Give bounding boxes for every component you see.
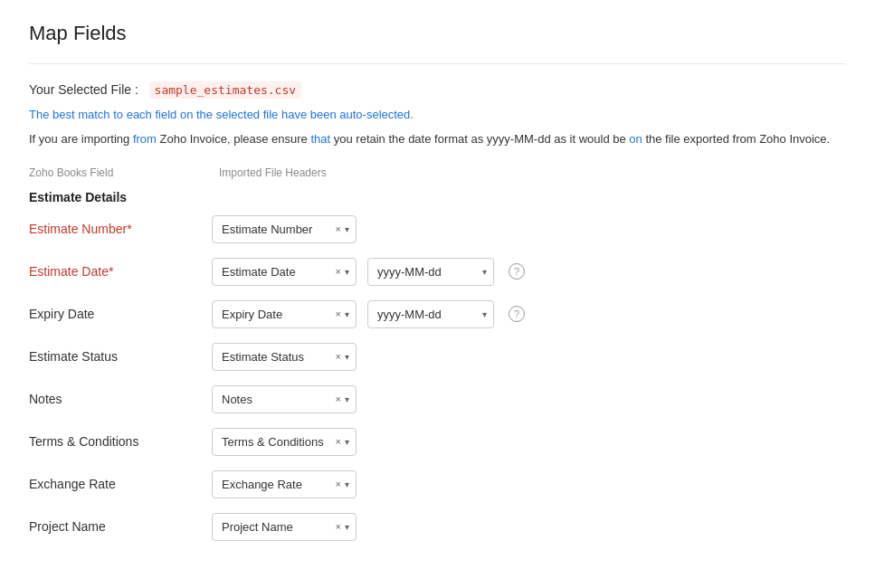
field-row-estimate-status: Estimate StatusEstimate Status×▾: [29, 343, 846, 371]
date-format-select-expiry-date[interactable]: yyyy-MM-ddMM/dd/yyyydd/MM/yyyyMM-dd-yyyy: [367, 300, 494, 328]
clear-icon-estimate-number[interactable]: ×: [336, 223, 341, 234]
clear-icon-exchange-rate[interactable]: ×: [336, 479, 341, 489]
field-row-expiry-date: Expiry DateExpiry Date×▾yyyy-MM-ddMM/dd/…: [29, 300, 846, 328]
field-label-expiry-date: Expiry Date: [29, 307, 201, 321]
field-label-project-name: Project Name: [29, 519, 201, 534]
select-wrapper-terms-conditions: Terms & Conditions×▾: [212, 428, 357, 456]
clear-icon-notes[interactable]: ×: [336, 394, 341, 404]
selected-filename: sample_estimates.csv: [149, 81, 302, 99]
section-title: Estimate Details: [29, 190, 846, 204]
info-text: The best match to each field on the sele…: [29, 108, 846, 121]
field-row-terms-conditions: Terms & ConditionsTerms & Conditions×▾: [29, 428, 846, 456]
clear-icon-estimate-date[interactable]: ×: [336, 266, 341, 277]
selected-file-row: Your Selected File : sample_estimates.cs…: [29, 82, 846, 97]
select-wrapper-notes: Notes×▾: [212, 385, 357, 413]
col-header-zoho-field: Zoho Books Field: [29, 166, 201, 179]
select-wrapper-expiry-date: Expiry Date×▾: [212, 300, 357, 328]
help-icon-estimate-date[interactable]: ?: [509, 263, 525, 280]
help-icon-expiry-date[interactable]: ?: [509, 306, 525, 322]
field-label-estimate-status: Estimate Status: [29, 349, 201, 364]
clear-icon-estimate-status[interactable]: ×: [336, 351, 341, 362]
divider: [29, 63, 846, 64]
clear-icon-terms-conditions[interactable]: ×: [336, 436, 341, 447]
field-label-estimate-number: Estimate Number*: [29, 222, 201, 236]
fields-container: Estimate Number*Estimate Number×▾Estimat…: [29, 215, 846, 541]
field-label-terms-conditions: Terms & Conditions: [29, 434, 201, 449]
field-row-project-name: Project NameProject Name×▾: [29, 513, 846, 541]
select-wrapper-estimate-date: Estimate Date×▾: [212, 258, 357, 286]
select-wrapper-estimate-status: Estimate Status×▾: [212, 343, 357, 371]
selected-file-label: Your Selected File :: [29, 82, 138, 97]
page-title: Map Fields: [29, 22, 846, 45]
field-row-estimate-number: Estimate Number*Estimate Number×▾: [29, 215, 846, 243]
field-label-notes: Notes: [29, 392, 201, 406]
field-label-estimate-date: Estimate Date*: [29, 264, 201, 279]
date-format-wrapper-expiry-date: yyyy-MM-ddMM/dd/yyyydd/MM/yyyyMM-dd-yyyy…: [367, 300, 494, 328]
field-row-notes: NotesNotes×▾: [29, 385, 846, 413]
date-format-wrapper-estimate-date: yyyy-MM-ddMM/dd/yyyydd/MM/yyyyMM-dd-yyyy…: [367, 258, 494, 286]
clear-icon-project-name[interactable]: ×: [336, 521, 341, 532]
select-wrapper-estimate-number: Estimate Number×▾: [212, 215, 357, 243]
clear-icon-expiry-date[interactable]: ×: [336, 308, 341, 319]
select-wrapper-project-name: Project Name×▾: [212, 513, 357, 541]
field-row-exchange-rate: Exchange RateExchange Rate×▾: [29, 470, 846, 498]
page-container: Map Fields Your Selected File : sample_e…: [0, 0, 875, 577]
col-header-imported: Imported File Headers: [219, 166, 327, 179]
column-headers: Zoho Books Field Imported File Headers: [29, 166, 846, 183]
select-wrapper-exchange-rate: Exchange Rate×▾: [212, 470, 357, 498]
date-format-select-estimate-date[interactable]: yyyy-MM-ddMM/dd/yyyydd/MM/yyyyMM-dd-yyyy: [367, 258, 494, 286]
field-row-estimate-date: Estimate Date*Estimate Date×▾yyyy-MM-ddM…: [29, 258, 846, 286]
field-label-exchange-rate: Exchange Rate: [29, 477, 201, 491]
warning-text: If you are importing from Zoho Invoice, …: [29, 130, 846, 148]
